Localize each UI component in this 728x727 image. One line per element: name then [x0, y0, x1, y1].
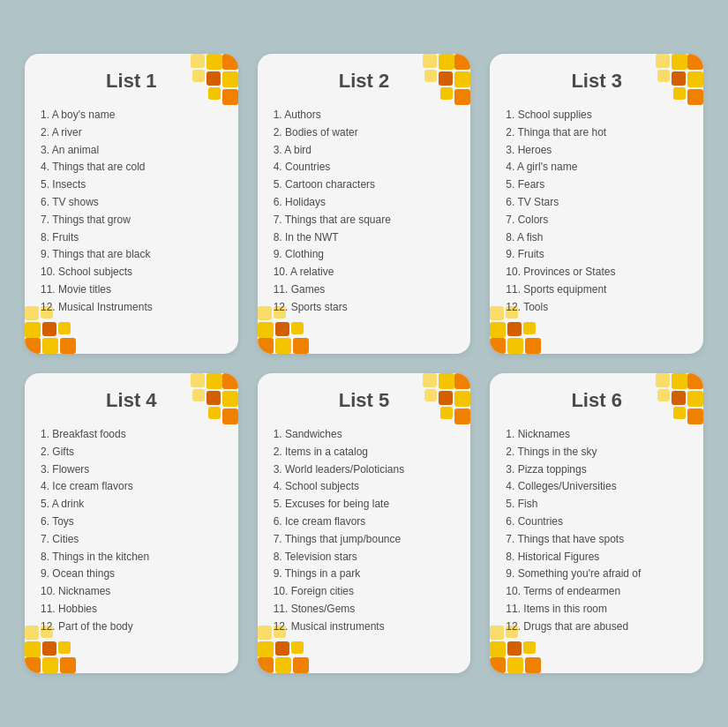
list-item: 12. Musical instruments — [274, 618, 455, 636]
list-item: 6. Toys — [41, 513, 222, 531]
list-item: 7. Things that grow — [41, 212, 222, 229]
list-item: 7. Cities — [41, 531, 222, 549]
list-item: 4. Things that are cold — [41, 159, 222, 176]
list-item: 7. Colors — [506, 212, 687, 229]
list-item: 7. Things that are square — [274, 212, 455, 229]
list-item: 12. Part of the body — [41, 618, 222, 636]
list-item: 8. A fish — [506, 229, 687, 247]
list-item: 12. Tools — [506, 299, 687, 317]
card-list-2: List 21. Authors2. Bodies of water3. A b… — [258, 54, 471, 354]
list-item: 8. In the NWT — [274, 229, 455, 247]
card-items-2: 1. Authors2. Bodies of water3. A bird4. … — [258, 101, 471, 333]
svg-rect-59 — [42, 657, 58, 673]
svg-rect-77 — [293, 657, 309, 673]
list-item: 7. Things that have spots — [506, 531, 687, 549]
svg-rect-13 — [60, 338, 76, 354]
svg-rect-57 — [25, 657, 41, 673]
list-item: 9. Clothing — [274, 246, 455, 264]
card-items-3: 1. School supplies2. Thinga that are hot… — [490, 101, 703, 333]
list-item: 1. School supplies — [506, 107, 687, 124]
card-list-1: List 11. A boy's name2. A river3. An ani… — [25, 54, 238, 354]
list-item: 3. A bird — [274, 142, 455, 160]
list-item: 10. A relative — [274, 264, 455, 281]
card-list-6: List 61. Nicknames2. Things in the sky3.… — [490, 373, 703, 673]
card-items-5: 1. Sandwiches2. Items in a catalog3. Wor… — [258, 421, 471, 652]
list-item: 4. Ice cream flavors — [41, 478, 222, 496]
list-item: 3. Heroes — [506, 142, 687, 160]
list-item: 5. Insects — [41, 176, 222, 194]
card-title-4: List 4 — [25, 373, 238, 421]
list-item: 10. Foreign cities — [274, 583, 455, 601]
card-items-1: 1. A boy's name2. A river3. An animal4. … — [25, 101, 238, 333]
list-item: 4. A girl's name — [506, 159, 687, 176]
list-item: 7. Things that jump/bounce — [274, 531, 455, 549]
list-item: 1. A boy's name — [41, 107, 222, 124]
card-list-4: List 41. Breakfast foods2. Gifts3. Flowe… — [25, 373, 238, 673]
list-item: 10. Provinces or States — [506, 264, 687, 281]
list-item: 10. Nicknames — [41, 583, 222, 601]
svg-rect-73 — [258, 657, 274, 673]
list-item: 2. A river — [41, 124, 222, 142]
list-item: 1. Sandwiches — [274, 426, 455, 444]
list-item: 11. Hobbies — [41, 601, 222, 618]
list-item: 2. Gifts — [41, 444, 222, 461]
list-item: 3. An animal — [41, 142, 222, 160]
list-item: 5. Fish — [506, 496, 687, 513]
list-item: 9. Ocean things — [41, 566, 222, 583]
card-items-4: 1. Breakfast foods2. Gifts3. Flowers4. I… — [25, 421, 238, 652]
card-list-5: List 51. Sandwiches2. Items in a catalog… — [258, 373, 471, 673]
list-item: 4. School subjects — [274, 478, 455, 496]
list-item: 6. Holidays — [274, 194, 455, 212]
list-item: 2. Bodies of water — [274, 124, 455, 142]
list-item: 1. Nicknames — [506, 426, 687, 444]
list-item: 10. School subjects — [41, 264, 222, 281]
card-list-3: List 31. School supplies2. Thinga that a… — [490, 54, 703, 354]
svg-rect-91 — [507, 657, 523, 673]
list-item: 11. Stones/Gems — [274, 601, 455, 618]
list-item: 9. Something you're afraid of — [506, 566, 687, 583]
list-item: 9. Things that are black — [41, 246, 222, 264]
svg-rect-11 — [42, 338, 58, 354]
list-item: 6. Ice cream flavors — [274, 513, 455, 531]
list-item: 2. Items in a catalog — [274, 444, 455, 461]
card-title-3: List 3 — [490, 54, 703, 101]
list-item: 5. Fears — [506, 176, 687, 194]
cards-grid: List 11. A boy's name2. A river3. An ani… — [0, 29, 728, 698]
list-item: 2. Things in the sky — [506, 444, 687, 461]
svg-rect-45 — [525, 338, 541, 354]
svg-rect-25 — [258, 338, 274, 354]
card-title-5: List 5 — [258, 373, 471, 421]
list-item: 8. Historical Figures — [506, 549, 687, 566]
list-item: 6. Countries — [506, 513, 687, 531]
list-item: 3. Pizza toppings — [506, 461, 687, 479]
svg-rect-93 — [525, 657, 541, 673]
list-item: 1. Authors — [274, 107, 455, 124]
list-item: 3. World leaders/Poloticians — [274, 461, 455, 479]
card-title-1: List 1 — [25, 54, 238, 101]
list-item: 5. Excuses for being late — [274, 496, 455, 513]
list-item: 8. Television stars — [274, 549, 455, 566]
svg-rect-75 — [275, 657, 291, 673]
list-item: 9. Things in a park — [274, 566, 455, 583]
card-title-2: List 2 — [258, 54, 471, 101]
card-items-6: 1. Nicknames2. Things in the sky3. Pizza… — [490, 421, 703, 652]
svg-rect-29 — [293, 338, 309, 354]
list-item: 11. Movie titles — [41, 281, 222, 299]
list-item: 4. Countries — [274, 159, 455, 176]
list-item: 8. Things in the kitchen — [41, 549, 222, 566]
list-item: 10. Terms of endearmen — [506, 583, 687, 601]
svg-rect-41 — [490, 338, 506, 354]
list-item: 11. Games — [274, 281, 455, 299]
list-item: 12. Musical Instruments — [41, 299, 222, 317]
list-item: 12. Drugs that are abused — [506, 618, 687, 636]
svg-rect-9 — [25, 338, 41, 354]
list-item: 6. TV Stars — [506, 194, 687, 212]
card-title-6: List 6 — [490, 373, 703, 421]
list-item: 3. Flowers — [41, 461, 222, 479]
list-item: 9. Fruits — [506, 246, 687, 264]
list-item: 12. Sports stars — [274, 299, 455, 317]
list-item: 2. Thinga that are hot — [506, 124, 687, 142]
svg-rect-27 — [275, 338, 291, 354]
list-item: 1. Breakfast foods — [41, 426, 222, 444]
list-item: 8. Fruits — [41, 229, 222, 247]
